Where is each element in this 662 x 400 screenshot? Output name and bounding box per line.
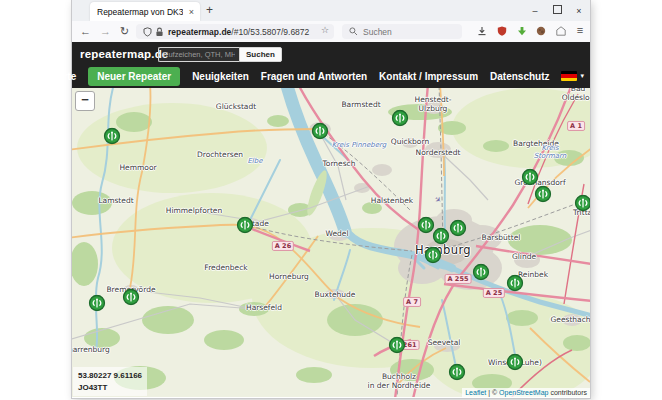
extension-icon[interactable] (536, 26, 550, 36)
antenna-icon (507, 275, 524, 292)
url-domain: repeatermap.de (168, 27, 231, 37)
chevron-down-icon: ▾ (580, 72, 584, 80)
site-search: Suchen (158, 47, 282, 62)
map-label: Drochtersen (197, 151, 243, 160)
repeater-marker[interactable] (89, 295, 106, 312)
back-button[interactable]: ← (80, 25, 91, 37)
repeater-marker[interactable] (575, 195, 591, 212)
repeater-marker[interactable] (507, 354, 524, 371)
attribution-separator: | © (486, 389, 499, 396)
reload-button[interactable]: ↻ (120, 25, 129, 38)
map-label: Seevetal (428, 339, 461, 348)
antenna-icon (425, 247, 442, 264)
desktop: { "browser": { "tab": {"title": "Repeate… (0, 0, 662, 400)
minimize-button[interactable]: – (524, 6, 546, 16)
menu-icon[interactable]: ≡ (573, 24, 587, 36)
attribution-suffix: contributors (548, 389, 587, 396)
road-badge: A 255 (445, 274, 472, 284)
browser-tab[interactable]: Repeatermap von DK3ML × (90, 2, 200, 21)
site-search-input[interactable] (158, 47, 239, 62)
tab-close-icon[interactable]: × (183, 7, 200, 17)
map-label: Fredenbeck (204, 264, 247, 273)
repeater-marker[interactable] (389, 337, 406, 354)
zoom-out-button[interactable]: − (75, 91, 95, 111)
map-label: Himmelpforten (166, 207, 222, 216)
antenna-icon (237, 217, 254, 234)
sidebar-home-icon[interactable] (556, 26, 570, 36)
map-label: Lamstedt (98, 197, 133, 206)
window-controls: – × (524, 0, 590, 21)
bookmark-star-icon[interactable]: ☆ (321, 25, 329, 35)
repeater-marker[interactable] (473, 264, 490, 281)
antenna-icon (449, 364, 466, 381)
map-label: Bad Oldesloe (562, 88, 590, 103)
map-label: Henstedt- Ulzburg (415, 96, 452, 113)
road-badge: A 1 (567, 121, 585, 131)
shield-icon[interactable] (143, 27, 152, 37)
map-label: Halstenbek (371, 197, 413, 206)
repeater-marker[interactable] (507, 275, 524, 292)
browser-window: Repeatermap von DK3ML × + – × ← → ↻ repe… (72, 0, 590, 398)
map-canvas[interactable]: ✈ GlückstadtBarmstedtHenstedt- UlzburgBa… (72, 88, 590, 397)
antenna-icon (575, 195, 591, 212)
coordinates-box: 53.80227 9.61166 JO43TT (73, 367, 147, 396)
new-tab-button[interactable]: + (206, 3, 213, 17)
map-label: Horneburg (269, 273, 309, 282)
repeater-marker[interactable] (104, 128, 121, 145)
map-label: Geesthacht (550, 316, 590, 325)
map-label: Glinde (512, 253, 536, 262)
repeater-marker[interactable] (450, 220, 467, 237)
repeater-marker[interactable] (425, 247, 442, 264)
site-logo[interactable]: repeatermap.de (80, 48, 168, 60)
antenna-icon (473, 264, 490, 281)
nav-items: KarteNeuer RepeaterNeuigkeitenFragen und… (51, 67, 550, 86)
german-flag-icon (561, 71, 577, 81)
road-badge: A 7 (403, 297, 421, 307)
nav-kontakt-impressum[interactable]: Kontakt / Impressum (379, 71, 478, 82)
forward-button[interactable]: → (100, 25, 111, 37)
language-selector[interactable]: ▾ (561, 71, 584, 81)
nav-neuigkeiten[interactable]: Neuigkeiten (192, 71, 249, 82)
download-helper-icon[interactable] (517, 26, 531, 36)
download-icon[interactable] (477, 26, 491, 36)
map-label: Kreis Pinneberg (332, 141, 387, 149)
repeater-marker[interactable] (312, 123, 329, 140)
repeater-marker[interactable] (392, 110, 409, 127)
nav-neuer-repeater[interactable]: Neuer Repeater (88, 67, 180, 86)
map-label: Quickborn (391, 138, 429, 147)
antenna-icon (392, 110, 409, 127)
repeater-marker[interactable] (433, 228, 450, 245)
map-attribution: Leaflet | © OpenStreetMap contributors (462, 388, 590, 397)
antenna-icon (123, 289, 140, 306)
repeater-marker[interactable] (449, 364, 466, 381)
tab-bar: Repeatermap von DK3ML × + – × (72, 0, 590, 21)
close-button[interactable]: × (568, 6, 590, 16)
map-label: Elbe (247, 157, 262, 165)
url-path: /#10/53.5807/9.6872 (231, 27, 309, 37)
site-search-button[interactable]: Suchen (239, 47, 282, 62)
lock-icon (155, 27, 164, 37)
site-nav: KarteNeuer RepeaterNeuigkeitenFragen und… (51, 66, 584, 86)
map-label: Bargteheide (513, 140, 559, 149)
antenna-icon (389, 337, 406, 354)
repeater-marker[interactable] (522, 169, 539, 186)
browser-search-input[interactable] (361, 26, 455, 38)
maximize-button[interactable] (546, 5, 568, 16)
repeater-marker[interactable] (535, 186, 552, 203)
locator-value: JO43TT (78, 382, 142, 394)
adblock-shield-icon[interactable] (497, 26, 511, 36)
repeater-marker[interactable] (237, 217, 254, 234)
nav-fragen-und-antworten[interactable]: Fragen und Antworten (261, 71, 367, 82)
osm-link[interactable]: OpenStreetMap (499, 389, 548, 396)
map-label: Tornesch (323, 160, 356, 169)
map-label: Hamburg (415, 244, 471, 257)
map-overlays: ✈ GlückstadtBarmstedtHenstedt- UlzburgBa… (72, 88, 590, 397)
map-label: Barsbüttel (482, 234, 521, 243)
leaflet-link[interactable]: Leaflet (465, 389, 486, 396)
maximize-icon (553, 5, 562, 14)
nav-datenschutz[interactable]: Datenschutz (490, 71, 549, 82)
url-bar[interactable]: repeatermap.de/#10/53.5807/9.6872 ☆ (136, 24, 334, 39)
nav-karte[interactable]: Karte (51, 71, 77, 82)
repeater-marker[interactable] (123, 289, 140, 306)
browser-search-field[interactable] (342, 24, 462, 39)
